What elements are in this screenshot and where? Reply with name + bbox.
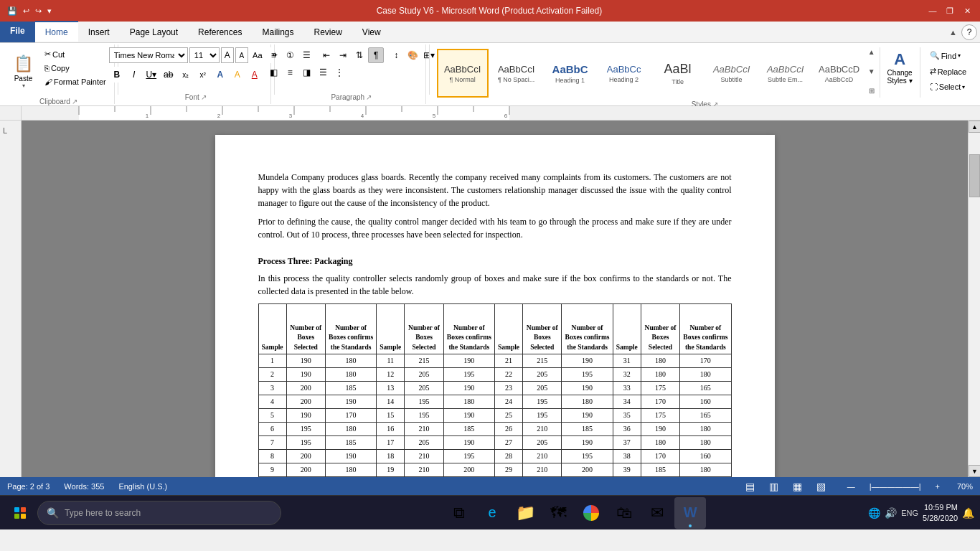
style-heading2[interactable]: AaBbCc Heading 2 (598, 49, 650, 98)
paste-button[interactable]: 📋 Paste ▾ (7, 47, 39, 96)
align-center-btn[interactable]: ≡ (282, 65, 298, 80)
subscript-btn[interactable]: x₂ (178, 67, 194, 83)
page-count[interactable]: Page: 2 of 3 (7, 482, 50, 491)
align-right-btn[interactable]: ◨ (298, 65, 314, 80)
taskbar-word[interactable]: W (674, 497, 706, 529)
decrease-indent-btn[interactable]: ⇤ (319, 47, 334, 63)
start-button[interactable] (6, 499, 34, 527)
systray-network[interactable]: 🌐 (868, 507, 880, 519)
change-styles-btn[interactable]: A ChangeStyles ▾ (886, 49, 914, 86)
align-left-btn[interactable]: ◧ (265, 65, 281, 80)
tab-references[interactable]: References (188, 22, 252, 42)
style-no-spacing[interactable]: AaBbCcI ¶ No Spaci... (491, 49, 542, 98)
style-subtle-em[interactable]: AaBbCcI Subtle Em... (760, 49, 811, 98)
undo-quick-btn[interactable]: ↩ (22, 5, 31, 17)
font-size-select[interactable]: 11 (189, 47, 220, 63)
taskbar-store[interactable]: 🛍 (608, 497, 640, 529)
view-print-btn[interactable]: ▤ (745, 481, 755, 492)
cut-button[interactable]: ✂ Cut (41, 47, 110, 61)
increase-indent-btn[interactable]: ⇥ (335, 47, 351, 63)
show-formatting-btn[interactable]: ¶ (368, 47, 384, 63)
view-outline-btn[interactable]: ▦ (793, 481, 802, 492)
taskbar-mail[interactable]: ✉ (641, 497, 673, 529)
tab-home[interactable]: Home (35, 21, 78, 42)
select-arrow[interactable]: ▾ (962, 84, 965, 90)
taskbar-chrome[interactable] (575, 497, 607, 529)
replace-btn[interactable]: ⇄ Replace (926, 65, 970, 78)
numbering-btn[interactable]: ① (282, 47, 298, 63)
line-spacing-btn[interactable]: ↕ (388, 47, 404, 63)
zoom-in-btn[interactable]: + (936, 482, 940, 491)
tab-mailings[interactable]: Mailings (252, 22, 303, 42)
styles-scroll-up[interactable]: ▲ (868, 49, 875, 56)
maximize-btn[interactable]: ❐ (943, 4, 957, 18)
notification-btn[interactable]: 🔔 (962, 507, 974, 519)
tab-view[interactable]: View (352, 22, 391, 42)
paragraph-expand-icon[interactable]: ↗ (366, 93, 372, 101)
italic-btn[interactable]: I (126, 67, 142, 83)
scroll-thumb[interactable] (969, 154, 980, 197)
zoom-slider[interactable]: |——————| (870, 482, 921, 491)
style-heading1[interactable]: AaBbC Heading 1 (545, 49, 596, 98)
text-effects-btn[interactable]: A (212, 67, 228, 83)
change-case-btn[interactable]: Aa (250, 47, 265, 63)
scroll-track[interactable] (969, 133, 980, 465)
strikethrough-btn[interactable]: ab (161, 67, 176, 83)
left-margin-btn[interactable]: L (3, 126, 7, 135)
text-highlight-btn[interactable]: A (230, 67, 245, 83)
columns-btn[interactable]: ⋮ (331, 65, 347, 80)
underline-btn[interactable]: U▾ (143, 67, 159, 83)
close-btn[interactable]: ✕ (960, 4, 974, 18)
paste-arrow[interactable]: ▾ (22, 83, 25, 89)
font-size-shrink-btn[interactable]: A (235, 47, 248, 63)
save-quick-btn[interactable]: 💾 (6, 5, 19, 17)
systray-volume[interactable]: 🔊 (885, 507, 897, 519)
font-expand-icon[interactable]: ↗ (201, 93, 207, 101)
bold-btn[interactable]: B (109, 67, 125, 83)
style-normal[interactable]: AaBbCcI ¶ Normal (437, 49, 489, 98)
taskbar-search[interactable]: 🔍 Type here to search (37, 501, 281, 525)
taskbar-task-view[interactable]: ⧉ (443, 497, 475, 529)
style-title[interactable]: AaBl Title (652, 49, 704, 98)
shading-btn[interactable]: 🎨 (405, 47, 420, 63)
style-subtitle[interactable]: AaBbCcI Subtitle (706, 49, 758, 98)
zoom-level[interactable]: 70% (957, 482, 973, 491)
view-web-btn[interactable]: ▥ (769, 481, 778, 492)
word-count[interactable]: Words: 355 (64, 482, 104, 491)
superscript-btn[interactable]: x² (195, 67, 211, 83)
tab-insert[interactable]: Insert (78, 22, 120, 42)
format-painter-button[interactable]: 🖌 Format Painter (41, 75, 110, 88)
tab-review[interactable]: Review (303, 22, 352, 42)
find-btn[interactable]: 🔍 Find ▾ (926, 49, 970, 62)
taskbar-edge[interactable]: e (476, 497, 508, 529)
help-btn[interactable]: ? (961, 24, 977, 40)
style-extra[interactable]: AaBbCcD AaBbCcD (814, 49, 865, 98)
clipboard-expand-icon[interactable]: ↗ (72, 98, 77, 105)
view-draft-btn[interactable]: ▧ (816, 481, 826, 492)
ribbon-collapse-btn[interactable]: ▲ (948, 27, 958, 38)
language[interactable]: English (U.S.) (118, 482, 167, 491)
styles-scroll-down[interactable]: ▼ (868, 68, 875, 75)
sort-btn[interactable]: ⇅ (352, 47, 367, 63)
taskbar-explorer[interactable]: 📁 (509, 497, 541, 529)
redo-quick-btn[interactable]: ↪ (34, 5, 43, 17)
find-arrow[interactable]: ▾ (958, 52, 961, 59)
taskbar-maps[interactable]: 🗺 (542, 497, 574, 529)
zoom-out-btn[interactable]: — (847, 482, 855, 491)
document-scroll[interactable]: Mundela Company produces glass boards. R… (22, 121, 968, 477)
minimize-btn[interactable]: — (925, 4, 940, 18)
quick-access-more[interactable]: ▾ (46, 5, 53, 17)
bullets-btn[interactable]: ≡ (265, 47, 281, 63)
copy-button[interactable]: ⎘ Copy (41, 62, 110, 75)
right-scrollbar[interactable]: ▲ ▼ (968, 121, 980, 477)
scroll-up-btn[interactable]: ▲ (969, 121, 980, 133)
styles-expand[interactable]: ⊞ (869, 88, 875, 95)
select-btn[interactable]: ⛶ Select ▾ (926, 80, 970, 93)
font-color-btn[interactable]: A (247, 67, 263, 83)
tab-file[interactable]: File (0, 22, 35, 42)
justify-btn[interactable]: ☰ (315, 65, 331, 80)
multi-level-list-btn[interactable]: ☰ (298, 47, 314, 63)
font-size-grow-btn[interactable]: A (221, 47, 234, 63)
font-name-select[interactable]: Times New Roman (109, 47, 188, 63)
scroll-down-btn[interactable]: ▼ (969, 465, 980, 477)
